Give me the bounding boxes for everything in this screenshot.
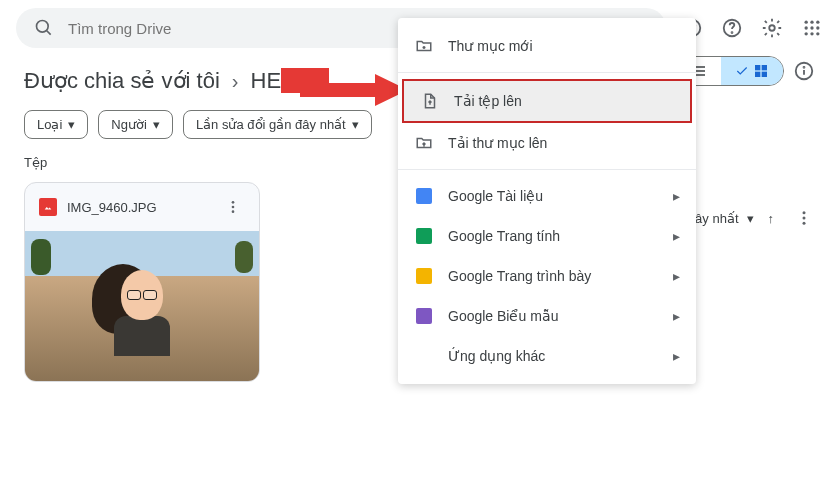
info-icon[interactable] — [792, 59, 816, 83]
caret-down-icon: ▾ — [153, 117, 160, 132]
svg-point-29 — [232, 206, 235, 209]
chevron-right-icon: ▸ — [673, 268, 680, 284]
menu-google-sheets[interactable]: Google Trang tính ▸ — [398, 216, 696, 256]
annotation-arrow — [300, 70, 410, 110]
svg-point-24 — [804, 67, 805, 68]
menu-label: Google Tài liệu — [448, 188, 543, 204]
folder-upload-icon — [414, 133, 434, 153]
svg-point-6 — [805, 21, 808, 24]
menu-divider — [398, 72, 696, 73]
grid-view-button[interactable] — [721, 57, 783, 85]
file-card[interactable]: IMG_9460.JPG — [24, 182, 260, 382]
help-icon[interactable] — [720, 16, 744, 40]
caret-down-icon: ▾ — [352, 117, 359, 132]
svg-rect-19 — [762, 65, 767, 70]
blank-icon — [414, 346, 434, 366]
apps-icon[interactable] — [800, 16, 824, 40]
svg-point-14 — [816, 32, 819, 35]
file-more-icon[interactable] — [221, 195, 245, 219]
file-thumbnail — [25, 231, 259, 381]
svg-point-26 — [803, 217, 806, 220]
view-controls — [676, 56, 816, 86]
svg-point-7 — [810, 21, 813, 24]
filter-modified[interactable]: Lần sửa đổi gần đây nhất▾ — [183, 110, 372, 139]
svg-point-11 — [816, 26, 819, 29]
file-upload-icon — [420, 91, 440, 111]
more-icon[interactable] — [792, 206, 816, 230]
chevron-right-icon: ▸ — [673, 228, 680, 244]
svg-line-1 — [47, 31, 51, 35]
svg-point-25 — [803, 211, 806, 214]
file-name: IMG_9460.JPG — [67, 200, 211, 215]
filter-people[interactable]: Người▾ — [98, 110, 173, 139]
svg-point-0 — [37, 21, 49, 33]
svg-point-8 — [816, 21, 819, 24]
svg-point-9 — [805, 26, 808, 29]
breadcrumb-root[interactable]: Được chia sẻ với tôi — [24, 68, 220, 94]
menu-google-forms[interactable]: Google Biểu mẫu ▸ — [398, 296, 696, 336]
svg-point-13 — [810, 32, 813, 35]
chevron-right-icon: ▸ — [673, 348, 680, 364]
svg-point-30 — [232, 210, 235, 213]
settings-icon[interactable] — [760, 16, 784, 40]
image-file-icon — [39, 198, 57, 216]
svg-point-5 — [769, 25, 775, 31]
slides-icon — [414, 266, 434, 286]
filter-people-label: Người — [111, 117, 147, 132]
context-menu: Thư mục mới Tải tệp lên Tải thư mục lên … — [398, 18, 696, 384]
menu-label: Thư mục mới — [448, 38, 533, 54]
menu-label: Tải thư mục lên — [448, 135, 547, 151]
svg-point-4 — [732, 32, 733, 33]
menu-label: Google Biểu mẫu — [448, 308, 559, 324]
search-icon — [32, 16, 56, 40]
topbar-icons — [680, 16, 824, 40]
menu-label: Google Trang tính — [448, 228, 560, 244]
menu-new-folder[interactable]: Thư mục mới — [398, 26, 696, 66]
menu-google-slides[interactable]: Google Trang trình bày ▸ — [398, 256, 696, 296]
svg-rect-21 — [762, 72, 767, 77]
docs-icon — [414, 186, 434, 206]
chevron-right-icon: › — [232, 70, 239, 93]
menu-divider — [398, 169, 696, 170]
menu-upload-file[interactable]: Tải tệp lên — [402, 79, 692, 123]
svg-point-10 — [810, 26, 813, 29]
menu-label: Tải tệp lên — [454, 93, 522, 109]
svg-point-12 — [805, 32, 808, 35]
svg-rect-20 — [755, 72, 760, 77]
filter-modified-label: Lần sửa đổi gần đây nhất — [196, 117, 346, 132]
chevron-right-icon: ▸ — [673, 188, 680, 204]
filter-type[interactable]: Loại▾ — [24, 110, 88, 139]
chevron-right-icon: ▸ — [673, 308, 680, 324]
menu-upload-folder[interactable]: Tải thư mục lên — [398, 123, 696, 163]
menu-label: Ứng dụng khác — [448, 348, 545, 364]
sheets-icon — [414, 226, 434, 246]
svg-rect-18 — [755, 65, 760, 70]
caret-down-icon: ▾ — [747, 211, 754, 226]
svg-point-27 — [803, 222, 806, 225]
sort-direction-icon[interactable]: ↑ — [768, 211, 775, 226]
folder-plus-icon — [414, 36, 434, 56]
menu-label: Google Trang trình bày — [448, 268, 591, 284]
menu-google-docs[interactable]: Google Tài liệu ▸ — [398, 176, 696, 216]
forms-icon — [414, 306, 434, 326]
svg-point-28 — [232, 201, 235, 204]
file-header: IMG_9460.JPG — [25, 183, 259, 231]
menu-more-apps[interactable]: Ứng dụng khác ▸ — [398, 336, 696, 376]
caret-down-icon: ▾ — [68, 117, 75, 132]
filter-type-label: Loại — [37, 117, 62, 132]
